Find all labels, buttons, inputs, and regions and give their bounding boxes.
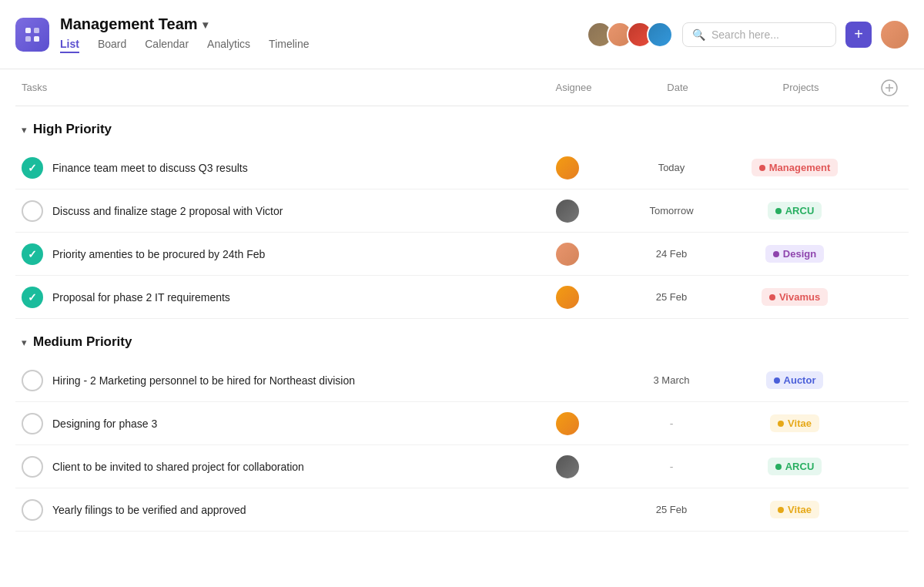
tab-analytics[interactable]: Analytics: [207, 38, 250, 53]
project-badge[interactable]: Auctor: [766, 371, 824, 389]
main-content: Tasks Asignee Date Projects ▾ High Prior…: [0, 69, 924, 532]
svg-rect-0: [25, 28, 31, 33]
tab-list[interactable]: List: [60, 38, 79, 53]
project-cell: Vivamus: [725, 288, 864, 306]
task-row: Client to be invited to shared project f…: [15, 445, 909, 488]
task-row: Yearly filings to be verified and approv…: [15, 488, 909, 532]
tab-calendar[interactable]: Calendar: [145, 38, 189, 53]
project-badge[interactable]: ARCU: [768, 458, 822, 475]
task-row: Hiring - 2 Marketing personnel to be hir…: [15, 359, 909, 402]
col-tasks-header: Tasks: [15, 82, 524, 93]
section-medium-priority-header[interactable]: ▾ Medium Priority: [15, 319, 909, 359]
tab-board[interactable]: Board: [98, 38, 126, 53]
assignee-avatar[interactable]: [556, 156, 579, 179]
project-badge[interactable]: Design: [765, 245, 824, 263]
task-row: ✓ Finance team meet to discuss Q3 result…: [15, 146, 909, 190]
badge-label: ARCU: [785, 461, 815, 472]
assignee-avatar[interactable]: [556, 412, 579, 435]
task-left: Discuss and finalize stage 2 proposal wi…: [22, 200, 517, 222]
badge-label: ARCU: [785, 205, 815, 216]
search-box[interactable]: 🔍: [682, 22, 836, 47]
task-name: Priority amenties to be procured by 24th…: [52, 248, 265, 260]
task-left: ✓ Finance team meet to discuss Q3 result…: [22, 157, 517, 179]
search-input[interactable]: [711, 29, 826, 41]
task-checkbox[interactable]: [22, 200, 43, 222]
tab-timeline[interactable]: Timeline: [269, 38, 309, 53]
col-date-header: Date: [624, 82, 732, 93]
task-checkbox[interactable]: ✓: [22, 243, 43, 265]
task-row: ✓ Proposal for phase 2 IT requirements 2…: [15, 276, 909, 319]
assignee-avatar[interactable]: [556, 455, 579, 478]
search-icon: 🔍: [692, 29, 705, 41]
task-checkbox[interactable]: [22, 413, 43, 434]
task-left: ✓ Proposal for phase 2 IT requirements: [22, 287, 517, 308]
project-badge[interactable]: Management: [752, 159, 838, 176]
project-cell: Design: [725, 245, 864, 263]
svg-rect-1: [34, 28, 39, 33]
current-user-avatar[interactable]: [881, 21, 909, 49]
app-title: Management Team ▾: [60, 15, 587, 33]
badge-label: Auctor: [784, 374, 816, 386]
task-name: Client to be invited to shared project f…: [52, 461, 304, 473]
assignee-avatar[interactable]: [556, 200, 579, 223]
nav-tabs: List Board Calendar Analytics Timeline: [60, 38, 587, 53]
project-badge[interactable]: Vitae: [770, 501, 819, 518]
badge-dot: [778, 507, 784, 513]
title-chevron-icon[interactable]: ▾: [203, 18, 208, 31]
task-left: Yearly filings to be verified and approv…: [22, 499, 517, 521]
task-left: Client to be invited to shared project f…: [22, 456, 517, 478]
task-name: Designing for phase 3: [52, 418, 157, 430]
project-cell: ARCU: [725, 458, 864, 475]
section-high-priority-header[interactable]: ▾ High Priority: [15, 106, 909, 146]
badge-label: Vitae: [788, 418, 812, 429]
badge-dot: [774, 377, 780, 384]
badge-dot: [759, 165, 765, 171]
task-name: Yearly filings to be verified and approv…: [52, 504, 246, 516]
assignee-avatar[interactable]: [556, 243, 579, 266]
badge-label: Design: [783, 248, 816, 260]
toggle-high-priority-icon: ▾: [22, 124, 27, 136]
logo-icon: [23, 25, 42, 44]
task-checkbox[interactable]: [22, 456, 43, 478]
task-name: Proposal for phase 2 IT requirements: [52, 291, 230, 304]
col-assignee-header: Asignee: [524, 82, 624, 93]
table-header: Tasks Asignee Date Projects: [15, 69, 909, 106]
project-badge[interactable]: ARCU: [768, 202, 822, 220]
date-cell: 3 March: [618, 374, 725, 386]
toggle-medium-priority-icon: ▾: [22, 337, 27, 348]
assignee-avatar[interactable]: [556, 286, 579, 309]
svg-rect-3: [34, 36, 39, 42]
task-name: Discuss and finalize stage 2 proposal wi…: [52, 205, 283, 217]
task-checkbox[interactable]: ✓: [22, 287, 43, 308]
date-cell: -: [618, 461, 725, 473]
project-badge[interactable]: Vitae: [770, 414, 819, 432]
date-cell: Tomorrow: [618, 205, 725, 216]
app-logo: [15, 18, 49, 52]
assignee-cell: [517, 286, 618, 309]
date-cell: 24 Feb: [618, 248, 725, 260]
date-cell: -: [618, 418, 725, 430]
project-cell: Management: [725, 159, 864, 176]
col-projects-header: Projects: [732, 82, 870, 93]
badge-dot: [775, 208, 782, 214]
badge-label: Vitae: [788, 504, 812, 515]
add-button[interactable]: +: [845, 22, 872, 48]
task-checkbox[interactable]: [22, 499, 43, 521]
header: Management Team ▾ List Board Calendar An…: [0, 0, 924, 69]
assignee-cell: [517, 200, 618, 223]
add-column-button[interactable]: [870, 79, 909, 96]
project-badge[interactable]: Vivamus: [762, 288, 828, 306]
task-name: Hiring - 2 Marketing personnel to be hir…: [52, 374, 355, 387]
section-medium-priority-title: Medium Priority: [33, 334, 132, 350]
task-left: Designing for phase 3: [22, 413, 517, 434]
task-checkbox[interactable]: [22, 370, 43, 391]
task-left: Hiring - 2 Marketing personnel to be hir…: [22, 370, 517, 391]
assignee-cell: [517, 455, 618, 478]
header-right: 🔍 +: [587, 21, 909, 49]
avatar-4[interactable]: [647, 22, 673, 48]
header-title-area: Management Team ▾ List Board Calendar An…: [60, 15, 587, 53]
task-row: Designing for phase 3 - Vitae: [15, 402, 909, 445]
task-checkbox[interactable]: ✓: [22, 157, 43, 179]
badge-label: Vivamus: [779, 291, 820, 303]
badge-dot: [773, 251, 779, 257]
